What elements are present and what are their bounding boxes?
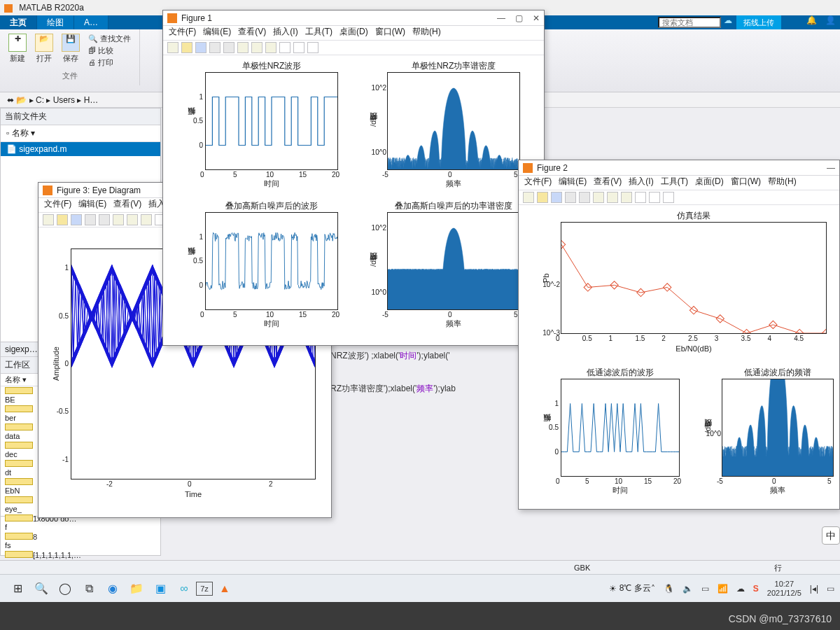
toolbar-icon[interactable] (523, 192, 534, 203)
ax2t-ylabel: Pb (542, 223, 550, 333)
menu-item[interactable]: 工具(T) (305, 26, 332, 40)
compare-button[interactable]: 🗐 比较 (88, 46, 131, 56)
tray-qq-icon[interactable]: 🐧 (664, 584, 674, 594)
tray-sogou-icon[interactable]: S (753, 584, 759, 594)
sevenzip-icon[interactable]: 7z (196, 582, 213, 596)
toolbar-icon[interactable] (167, 42, 178, 53)
ax2b1-xlabel: 时间 (561, 485, 679, 496)
menu-item[interactable]: 窗口(W) (375, 26, 405, 40)
toolbar-icon[interactable] (607, 192, 618, 203)
ax12-xlabel: 频率 (388, 178, 519, 189)
tray-app-icon[interactable]: |◂| (810, 584, 818, 594)
menu-item[interactable]: 工具(T) (661, 176, 688, 190)
menu-item[interactable]: 编辑(E) (203, 26, 231, 40)
toolbar-icon[interactable] (551, 192, 562, 203)
tray-battery-icon[interactable]: ▭ (701, 584, 709, 594)
toolbar-icon[interactable] (195, 42, 206, 53)
toolbar-icon[interactable] (209, 42, 220, 53)
tab-apps[interactable]: A… (74, 15, 108, 29)
toolbar-icon[interactable] (85, 214, 96, 225)
app-icon[interactable]: ∞ (172, 578, 196, 599)
clock[interactable]: 10:272021/12/5 (767, 580, 802, 598)
edge-icon[interactable]: ◉ (101, 578, 125, 599)
toolbar-icon[interactable] (181, 42, 192, 53)
figure1-title: Figure 1 (181, 13, 212, 23)
toolbar-icon[interactable] (57, 214, 68, 225)
tray-wifi-icon[interactable]: 📶 (718, 584, 728, 594)
ime-indicator[interactable]: 中 (822, 526, 840, 545)
menu-item[interactable]: 文件(F) (44, 198, 71, 212)
tray-cloud-icon[interactable]: ☁ (736, 584, 745, 594)
toolbar-icon[interactable] (251, 42, 262, 53)
toolbar-icon[interactable] (293, 42, 304, 53)
toolbar-icon[interactable] (635, 192, 646, 203)
minimize-icon[interactable]: — (497, 13, 505, 23)
tray-chevron-icon[interactable]: ˄ (651, 584, 655, 594)
explorer-icon[interactable]: 📁 (125, 578, 148, 599)
toolbar-icon[interactable] (649, 192, 660, 203)
ax2t-title: 仿真结果 (561, 210, 826, 222)
menu-item[interactable]: 查看(V) (113, 198, 141, 212)
menu-item[interactable]: 编辑(E) (559, 176, 587, 190)
toolbar-icon[interactable] (71, 214, 82, 225)
menu-item[interactable]: 插入(I) (629, 176, 653, 190)
open-button[interactable]: 📂打开 (35, 32, 53, 68)
toolbar-icon[interactable] (579, 192, 590, 203)
menu-item[interactable]: 文件(F) (169, 26, 196, 40)
menu-item[interactable]: 查看(V) (238, 26, 266, 40)
tab-home[interactable]: 主页 (0, 15, 37, 29)
menu-item[interactable]: 桌面(D) (695, 176, 724, 190)
toolbar-icon[interactable] (565, 192, 576, 203)
user-icon[interactable]: 👤 (821, 15, 840, 29)
save-button[interactable]: 💾保存 (62, 32, 80, 68)
cloud-upload-button[interactable]: 拓线上传 (736, 15, 781, 29)
figure2-window[interactable]: Figure 2 — 文件(F)编辑(E)查看(V)插入(I)工具(T)桌面(D… (518, 160, 840, 510)
toolbar-icon[interactable] (279, 42, 290, 53)
cortana-icon[interactable]: ◯ (53, 578, 77, 599)
file-row[interactable]: 📄 sigexpand.m (1, 142, 160, 156)
menu-item[interactable]: 查看(V) (594, 176, 622, 190)
toolbar-icon[interactable] (141, 214, 152, 225)
close-icon[interactable]: ✕ (533, 13, 540, 23)
menu-item[interactable]: 帮助(H) (412, 26, 441, 40)
toolbar-icon[interactable] (113, 214, 124, 225)
name-col[interactable]: 名称 ▾ (12, 128, 35, 138)
workspace-row[interactable]: fs8 (1, 532, 160, 550)
toolbar-icon[interactable] (127, 214, 138, 225)
menu-item[interactable]: 窗口(W) (731, 176, 761, 190)
menu-item[interactable]: 文件(F) (524, 176, 552, 190)
weather-widget[interactable]: ☀8℃ 多云 (609, 582, 651, 594)
menu-item[interactable]: 插入(I) (273, 26, 298, 40)
toolbar-icon[interactable] (99, 214, 110, 225)
doc-search[interactable] (658, 17, 721, 28)
tray-volume-icon[interactable]: 🔈 (682, 584, 693, 594)
search-icon[interactable]: 🔍 (29, 578, 53, 599)
windows-taskbar[interactable]: ⊞ 🔍 ◯ ⧉ ◉ 📁 ▣ ∞ 7z ▲ ☀8℃ 多云 ˄ 🐧 🔈 ▭ 📶 ☁ … (0, 574, 840, 602)
toolbar-icon[interactable] (307, 42, 318, 53)
figure1-window[interactable]: Figure 1 —▢✕ 文件(F)编辑(E)查看(V)插入(I)工具(T)桌面… (162, 10, 545, 346)
maximize-icon[interactable]: ▢ (515, 13, 523, 23)
notification-icon[interactable]: ▭ (827, 584, 834, 594)
findfiles-button[interactable]: 🔍 查找文件 (88, 34, 131, 44)
toolbar-icon[interactable] (593, 192, 604, 203)
minimize-icon[interactable]: — (827, 163, 835, 173)
toolbar-icon[interactable] (43, 214, 54, 225)
toolbar-icon[interactable] (237, 42, 248, 53)
toolbar-icon[interactable] (621, 192, 632, 203)
matlab-taskbar-icon[interactable]: ▲ (213, 578, 237, 599)
notif-icon[interactable]: 🔔 (802, 15, 821, 29)
menu-item[interactable]: 帮助(H) (768, 176, 797, 190)
ws-name-col[interactable]: 名称 ▾ (5, 374, 33, 385)
toolbar-icon[interactable] (537, 192, 548, 203)
start-icon[interactable]: ⊞ (6, 578, 29, 599)
menu-item[interactable]: 桌面(D) (340, 26, 368, 40)
app-icon[interactable]: ▣ (148, 578, 172, 599)
menu-item[interactable]: 编辑(E) (78, 198, 106, 212)
toolbar-icon[interactable] (265, 42, 276, 53)
new-button[interactable]: ✚新建 (8, 32, 27, 68)
tab-plot[interactable]: 绘图 (37, 15, 74, 29)
print-button[interactable]: 🖨 打印 (88, 57, 131, 68)
taskview-icon[interactable]: ⧉ (77, 578, 101, 599)
toolbar-icon[interactable] (663, 192, 674, 203)
toolbar-icon[interactable] (223, 42, 234, 53)
